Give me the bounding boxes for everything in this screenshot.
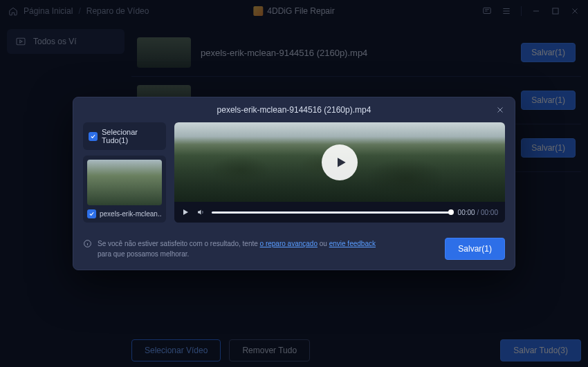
modal-sidebar: Selecionar Tudo(1) pexels-erik-mclean...: [83, 122, 166, 223]
time-display: 00:00 / 00:00: [458, 209, 498, 216]
thumb-label: pexels-erik-mclean...: [100, 210, 162, 218]
video-controls: 00:00 / 00:00: [174, 202, 505, 223]
seek-knob[interactable]: [448, 209, 454, 215]
select-all-label: Selecionar Tudo(1): [102, 128, 160, 144]
video-frame[interactable]: [174, 122, 505, 202]
footer-note: Se você não estiver satisfeito com o res…: [83, 238, 437, 259]
volume-icon[interactable]: [196, 208, 205, 216]
note-text-pre: Se você não estiver satisfeito com o res…: [98, 240, 260, 247]
send-feedback-link[interactable]: envie feedback: [329, 240, 376, 247]
seek-progress: [212, 211, 451, 214]
select-all-row[interactable]: Selecionar Tudo(1): [83, 122, 166, 150]
thumb-card[interactable]: pexels-erik-mclean...: [83, 156, 166, 223]
seek-bar[interactable]: [212, 211, 451, 214]
play-icon: [334, 156, 348, 169]
note-text-mid: ou: [318, 240, 329, 247]
close-icon[interactable]: [495, 105, 505, 115]
modal-header: pexels-erik-mclean-9144516 (2160p).mp4: [73, 97, 515, 122]
modal-overlay: pexels-erik-mclean-9144516 (2160p).mp4 S…: [0, 0, 588, 367]
modal-title: pexels-erik-mclean-9144516 (2160p).mp4: [217, 105, 371, 115]
info-icon: [83, 239, 92, 248]
advanced-repair-link[interactable]: o reparo avançado: [260, 240, 318, 247]
video-preview: 00:00 / 00:00: [174, 122, 505, 223]
play-small-icon[interactable]: [181, 208, 190, 216]
play-button[interactable]: [322, 144, 358, 180]
time-current: 00:00: [458, 209, 475, 216]
note-text-post: para que possamos melhorar.: [98, 250, 189, 258]
thumb-image: [87, 160, 162, 205]
checkbox-checked-icon[interactable]: [87, 209, 96, 218]
checkbox-checked-icon[interactable]: [89, 132, 98, 141]
preview-modal: pexels-erik-mclean-9144516 (2160p).mp4 S…: [73, 97, 515, 270]
time-total: 00:00: [481, 209, 498, 216]
modal-save-button[interactable]: Salvar(1): [445, 238, 505, 260]
modal-footer: Se você não estiver satisfeito com o res…: [73, 231, 515, 270]
